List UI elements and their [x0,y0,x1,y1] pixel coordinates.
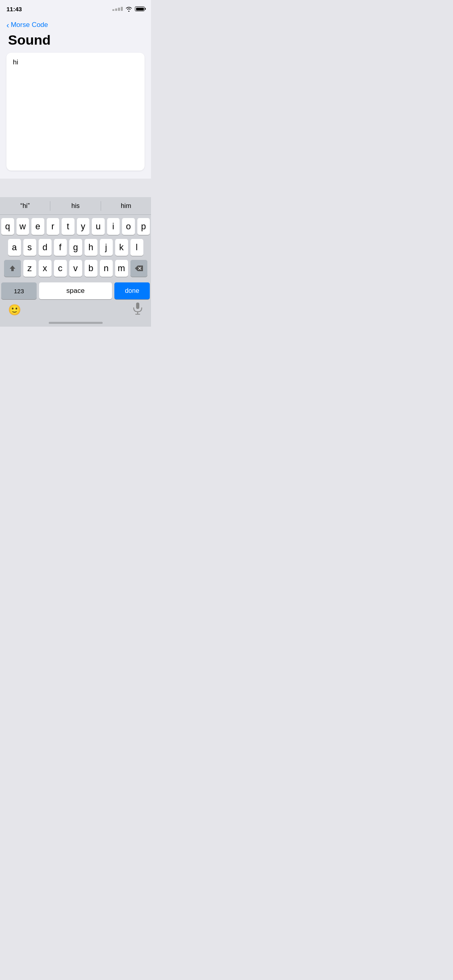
key-t[interactable]: t [62,218,74,235]
microphone-button[interactable] [132,302,143,318]
key-h[interactable]: h [85,239,97,256]
key-i[interactable]: i [107,218,120,235]
key-q[interactable]: q [1,218,14,235]
key-o[interactable]: o [122,218,135,235]
key-l[interactable]: l [130,239,143,256]
key-m[interactable]: m [115,260,128,277]
delete-icon [134,265,143,272]
key-p[interactable]: p [137,218,150,235]
key-s[interactable]: s [23,239,36,256]
predictive-bar: “hi” his him [0,197,151,215]
nav-bar: ‹ Morse Code [0,18,151,31]
key-e[interactable]: e [31,218,44,235]
prediction-him[interactable]: him [101,197,151,214]
key-x[interactable]: x [39,260,52,277]
prediction-his[interactable]: his [50,197,100,214]
shift-key[interactable] [4,260,21,277]
back-label: Morse Code [11,21,48,29]
page-title: Sound [8,32,143,48]
emoji-mic-row: 🙂 [0,301,151,319]
key-j[interactable]: j [100,239,113,256]
back-chevron-icon: ‹ [6,21,9,29]
key-n[interactable]: n [100,260,113,277]
home-bar [49,322,103,324]
key-u[interactable]: u [92,218,105,235]
key-z[interactable]: z [23,260,36,277]
delete-key[interactable] [130,260,147,277]
shift-icon [8,264,17,272]
key-g[interactable]: g [69,239,82,256]
page-header: Sound [0,31,151,53]
back-button[interactable]: ‹ Morse Code [6,21,48,29]
key-v[interactable]: v [69,260,82,277]
svg-rect-2 [136,303,139,309]
key-d[interactable]: d [39,239,52,256]
signal-icon [112,7,123,11]
wifi-icon [125,6,132,12]
textarea-container: hi [0,53,151,179]
status-bar: 11:43 [0,0,151,18]
key-w[interactable]: w [17,218,29,235]
status-icons [112,6,145,12]
key-b[interactable]: b [85,260,97,277]
microphone-icon [132,302,143,315]
text-input[interactable]: hi [13,58,138,163]
home-indicator [0,319,151,327]
key-row-3: z x c v b n m [1,260,150,277]
key-row-1: q w e r t y u i o p [1,218,150,235]
keyboard-rows: q w e r t y u i o p a s d f g h j k l [0,215,151,282]
space-key[interactable]: space [39,282,112,299]
key-row-2: a s d f g h j k l [1,239,150,256]
key-r[interactable]: r [47,218,60,235]
key-c[interactable]: c [54,260,67,277]
status-time: 11:43 [6,6,22,12]
done-key[interactable]: done [114,282,150,299]
key-a[interactable]: a [8,239,21,256]
keyboard-area: “hi” his him q w e r t y u i o p a s d f… [0,197,151,327]
key-f[interactable]: f [54,239,67,256]
emoji-button[interactable]: 🙂 [8,304,21,316]
prediction-hi[interactable]: “hi” [0,197,50,214]
bottom-row: 123 space done [0,282,151,301]
numbers-key[interactable]: 123 [1,282,37,299]
key-y[interactable]: y [77,218,90,235]
key-k[interactable]: k [115,239,128,256]
battery-icon [135,6,145,11]
text-input-area[interactable]: hi [6,53,145,171]
